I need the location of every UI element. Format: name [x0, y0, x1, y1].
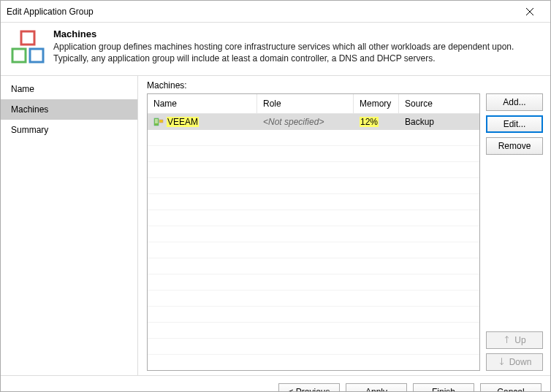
titlebar: Edit Application Group: [1, 1, 550, 23]
vm-icon: [153, 117, 164, 127]
window-title: Edit Application Group: [7, 7, 515, 17]
empty-row: [148, 162, 479, 178]
up-label: Up: [514, 335, 525, 345]
sidebar-item-summary[interactable]: Summary: [1, 120, 137, 140]
col-memory[interactable]: Memory: [354, 94, 399, 113]
empty-row: [148, 226, 479, 242]
empty-row: [148, 258, 479, 274]
action-buttons: Add... Edit... Remove 🡑 Up 🡓 Down: [486, 93, 543, 371]
down-button: 🡓 Down: [486, 353, 543, 371]
col-source[interactable]: Source: [399, 94, 479, 113]
machines-label: Machines:: [147, 80, 543, 91]
cancel-button[interactable]: Cancel: [480, 383, 542, 392]
cell-source: Backup: [399, 117, 479, 127]
content: Machines: Name Role Memory Source VE: [138, 76, 550, 375]
empty-row: [148, 178, 479, 194]
svg-rect-3: [12, 49, 26, 62]
svg-rect-2: [21, 31, 34, 45]
previous-button[interactable]: < Previous: [278, 383, 340, 392]
app-group-icon: [10, 28, 46, 65]
empty-row: [148, 307, 479, 323]
footer: < Previous Apply Finish Cancel: [1, 375, 550, 392]
add-button[interactable]: Add...: [486, 93, 543, 111]
svg-rect-4: [30, 49, 43, 62]
empty-row: [148, 130, 479, 146]
header-desc-line1: Application group defines machines hosti…: [53, 41, 514, 53]
header-text: Machines Application group defines machi…: [53, 28, 514, 65]
empty-row: [148, 274, 479, 291]
up-button: 🡑 Up: [486, 331, 543, 349]
arrow-up-icon: 🡑: [503, 335, 512, 345]
cell-role: <Not specified>: [257, 117, 354, 127]
apply-button[interactable]: Apply: [346, 383, 407, 392]
sidebar-item-machines[interactable]: Machines: [1, 99, 137, 120]
empty-row: [148, 291, 479, 307]
sidebar-item-name[interactable]: Name: [1, 79, 137, 99]
finish-button[interactable]: Finish: [413, 383, 474, 392]
machines-table: Name Role Memory Source VEEAM <Not speci…: [147, 93, 480, 371]
header-heading: Machines: [53, 28, 514, 39]
header-desc-line2: Typically, any application group will in…: [53, 53, 514, 64]
col-role[interactable]: Role: [257, 94, 354, 113]
header: Machines Application group defines machi…: [1, 23, 550, 75]
arrow-down-icon: 🡓: [498, 357, 506, 367]
empty-row: [148, 210, 479, 226]
empty-row: [148, 242, 479, 258]
empty-row: [148, 194, 479, 210]
table-header: Name Role Memory Source: [148, 94, 479, 114]
down-label: Down: [509, 357, 532, 367]
empty-row: [148, 323, 479, 339]
close-icon: [526, 8, 533, 15]
main: Name Machines Summary Machines: Name Rol…: [1, 76, 550, 375]
svg-rect-9: [159, 120, 163, 123]
sidebar: Name Machines Summary: [1, 76, 138, 375]
cell-memory: 12%: [360, 117, 379, 127]
table-row[interactable]: VEEAM <Not specified> 12% Backup: [148, 114, 479, 130]
remove-button[interactable]: Remove: [486, 137, 543, 155]
edit-button[interactable]: Edit...: [486, 115, 543, 133]
close-button[interactable]: [515, 1, 544, 22]
empty-row: [148, 146, 479, 162]
cell-name: VEEAM: [167, 117, 199, 127]
col-name[interactable]: Name: [148, 94, 257, 113]
empty-row: [148, 339, 479, 355]
table-body: VEEAM <Not specified> 12% Backup: [148, 114, 479, 370]
